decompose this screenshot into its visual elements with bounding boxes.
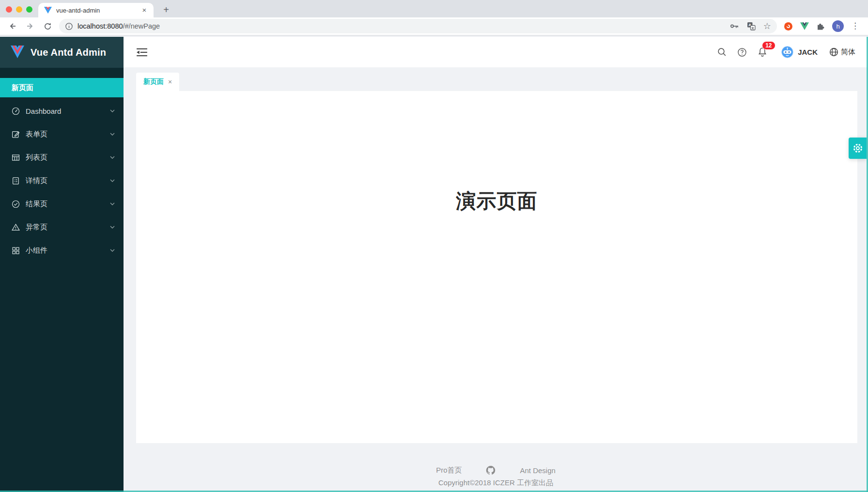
chevron-down-icon bbox=[110, 202, 115, 206]
browser-profile-avatar[interactable]: h bbox=[832, 20, 844, 32]
extension-orange-icon[interactable] bbox=[784, 22, 793, 31]
main-content: 新页面 × 演示页面 Pro首页 Ant Design Copyright©20… bbox=[124, 67, 868, 492]
sidebar-item-label: 详情页 bbox=[26, 176, 110, 185]
app-title: Vue Antd Admin bbox=[31, 47, 106, 58]
app-window: Vue Antd Admin 新页面 Dashboard 表单页 bbox=[0, 37, 868, 492]
translate-icon[interactable]: A bbox=[747, 22, 756, 31]
sidebar-item-label: 新页面 bbox=[12, 83, 115, 92]
warning-icon bbox=[12, 223, 20, 231]
chevron-down-icon bbox=[110, 132, 115, 136]
language-label: 简体 bbox=[841, 47, 855, 57]
chevron-down-icon bbox=[110, 225, 115, 229]
language-selector[interactable]: 简体 bbox=[829, 47, 855, 57]
page-card: 演示页面 bbox=[136, 91, 857, 443]
sidebar-item-label: 结果页 bbox=[26, 200, 110, 209]
sidebar-item-exceptions[interactable]: 异常页 bbox=[0, 217, 124, 237]
new-tab-button[interactable]: + bbox=[160, 4, 172, 16]
page-tab-label: 新页面 bbox=[143, 77, 164, 86]
dashboard-icon bbox=[12, 107, 20, 115]
extensions-puzzle-icon[interactable] bbox=[816, 22, 825, 31]
back-button[interactable] bbox=[6, 19, 19, 33]
address-bar[interactable]: localhost:8080/#/newPage A ☆ bbox=[59, 19, 777, 33]
window-controls bbox=[6, 6, 32, 13]
settings-drawer-button[interactable] bbox=[849, 138, 867, 159]
browser-tab-title: vue-antd-admin bbox=[56, 7, 140, 14]
sidebar-item-widgets[interactable]: 小组件 bbox=[0, 241, 124, 260]
footer-copyright: Copyright©2018 ICZER 工作室出品 bbox=[124, 478, 868, 488]
footer: Pro首页 Ant Design Copyright©2018 ICZER 工作… bbox=[124, 443, 868, 488]
chevron-down-icon bbox=[110, 179, 115, 183]
sidebar-item-new-page[interactable]: 新页面 bbox=[0, 78, 124, 97]
password-key-icon[interactable] bbox=[730, 23, 739, 30]
globe-icon bbox=[829, 47, 838, 57]
sidebar-item-forms[interactable]: 表单页 bbox=[0, 124, 124, 144]
minimize-window-button[interactable] bbox=[16, 6, 22, 13]
url-path: /#/newPage bbox=[123, 22, 160, 30]
sidebar-item-label: Dashboard bbox=[26, 107, 110, 115]
sidebar-item-details[interactable]: 详情页 bbox=[0, 171, 124, 190]
close-window-button[interactable] bbox=[6, 6, 12, 13]
appstore-icon bbox=[12, 246, 20, 255]
check-circle-icon bbox=[12, 200, 20, 208]
footer-link-pro[interactable]: Pro首页 bbox=[436, 466, 462, 475]
notification-bell-icon[interactable]: 12 bbox=[754, 44, 771, 61]
menu-fold-icon[interactable] bbox=[136, 47, 148, 57]
github-icon[interactable] bbox=[486, 465, 496, 475]
app-header: 12 JACK 简体 bbox=[124, 37, 868, 67]
sidebar-item-results[interactable]: 结果页 bbox=[0, 194, 124, 214]
url-host: localhost:8080 bbox=[78, 22, 123, 30]
user-avatar bbox=[781, 46, 793, 58]
page-tab-new-page[interactable]: 新页面 × bbox=[136, 73, 179, 91]
site-info-icon[interactable] bbox=[65, 22, 73, 31]
browser-tab-strip: vue-antd-admin × + bbox=[0, 0, 868, 17]
page-title: 演示页面 bbox=[456, 188, 538, 443]
sidebar: Vue Antd Admin 新页面 Dashboard 表单页 bbox=[0, 37, 124, 492]
search-icon[interactable] bbox=[713, 44, 730, 61]
sidebar-item-dashboard[interactable]: Dashboard bbox=[0, 101, 124, 121]
sidebar-menu: 新页面 Dashboard 表单页 列表页 bbox=[0, 68, 124, 260]
vue-favicon-icon bbox=[44, 7, 52, 14]
maximize-window-button[interactable] bbox=[26, 6, 32, 13]
sidebar-item-label: 表单页 bbox=[26, 130, 110, 139]
sidebar-item-label: 异常页 bbox=[26, 223, 110, 232]
browser-toolbar: localhost:8080/#/newPage A ☆ h ⋮ bbox=[0, 17, 868, 36]
chevron-down-icon bbox=[110, 248, 115, 252]
browser-menu-icon[interactable]: ⋮ bbox=[851, 22, 859, 30]
vue-logo-icon bbox=[10, 46, 25, 59]
app-logo[interactable]: Vue Antd Admin bbox=[0, 37, 124, 68]
sidebar-item-label: 列表页 bbox=[26, 153, 110, 162]
gear-icon bbox=[852, 142, 864, 154]
chevron-down-icon bbox=[110, 109, 115, 113]
chevron-down-icon bbox=[110, 155, 115, 159]
form-icon bbox=[12, 130, 20, 138]
notification-badge: 12 bbox=[762, 41, 775, 50]
tab-close-icon[interactable]: × bbox=[140, 6, 149, 15]
table-icon bbox=[12, 154, 20, 162]
username: JACK bbox=[798, 48, 818, 56]
profile-icon bbox=[12, 177, 20, 185]
bookmark-star-icon[interactable]: ☆ bbox=[763, 22, 771, 31]
help-icon[interactable] bbox=[734, 44, 750, 61]
vue-devtools-icon[interactable] bbox=[800, 22, 809, 30]
forward-button[interactable] bbox=[23, 19, 37, 33]
page-tabs: 新页面 × bbox=[124, 67, 868, 91]
sidebar-item-label: 小组件 bbox=[26, 246, 110, 255]
tab-close-icon[interactable]: × bbox=[168, 78, 172, 86]
browser-tab[interactable]: vue-antd-admin × bbox=[38, 3, 154, 17]
sidebar-item-lists[interactable]: 列表页 bbox=[0, 148, 124, 167]
url-text[interactable]: localhost:8080/#/newPage bbox=[78, 22, 730, 30]
user-menu[interactable]: JACK bbox=[781, 46, 818, 58]
footer-link-antd[interactable]: Ant Design bbox=[520, 466, 555, 475]
reload-button[interactable] bbox=[41, 19, 54, 33]
